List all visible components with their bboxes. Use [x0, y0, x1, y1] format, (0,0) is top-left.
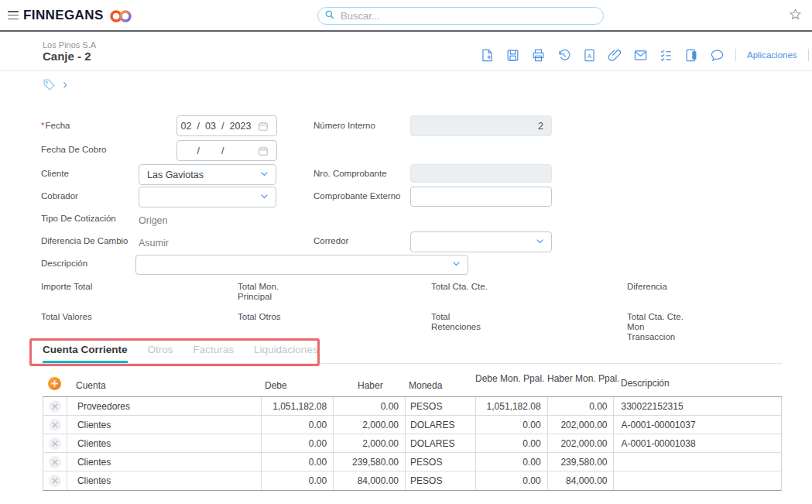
diferencia-de-cambio-value: Asumir: [139, 238, 169, 249]
add-row-button[interactable]: [48, 377, 61, 390]
delete-row-button[interactable]: [49, 456, 61, 468]
cell-haber[interactable]: 2,000.00: [333, 434, 405, 452]
numero-interno-field: 2: [410, 115, 552, 136]
cell-haber[interactable]: 0.00: [333, 397, 405, 415]
hamburger-menu-icon[interactable]: [8, 11, 19, 20]
cell-haber-mon-ppal[interactable]: 239,580.00: [547, 453, 614, 471]
tab-cuenta-corriente[interactable]: Cuenta Corriente: [43, 344, 128, 363]
delete-row-button[interactable]: [49, 475, 61, 487]
expand-tags-chevron-icon[interactable]: [60, 80, 70, 94]
descripcion-select[interactable]: [135, 255, 468, 275]
cell-descripcion[interactable]: A-0001-00001037: [613, 416, 781, 434]
cell-haber[interactable]: 239,580.00: [333, 453, 405, 471]
chevron-down-icon: [535, 236, 545, 249]
total-cta-cte-label: Total Cta. Cte.: [431, 282, 488, 292]
cell-debe[interactable]: 0.00: [261, 416, 333, 434]
cell-cuenta[interactable]: Clientes: [67, 416, 261, 434]
tag-icon[interactable]: [43, 78, 56, 94]
history-icon[interactable]: [557, 48, 571, 63]
document-a-icon[interactable]: A: [582, 48, 597, 63]
cell-moneda[interactable]: PESOS: [405, 453, 475, 471]
cell-debe-mon-ppal[interactable]: 0.00: [475, 471, 547, 490]
tab-facturas[interactable]: Facturas: [194, 344, 235, 363]
tipo-de-cotizacion-value: Origen: [139, 215, 168, 226]
cell-haber-mon-ppal[interactable]: 202,000.00: [547, 416, 614, 434]
toolbar-divider: [808, 49, 809, 61]
cell-debe-mon-ppal[interactable]: 0.00: [475, 416, 547, 434]
col-header-descripcion: Descripción: [614, 378, 782, 396]
cell-haber-mon-ppal[interactable]: 0.00: [547, 397, 614, 415]
nro-comprobante-label: Nro. Comprobante: [313, 169, 387, 178]
page-title: Canje - 2: [43, 50, 91, 63]
checklist-icon[interactable]: [659, 48, 673, 63]
cell-debe-mon-ppal[interactable]: 1,051,182.08: [475, 397, 547, 415]
fecha-de-cobro-label: Fecha De Cobro: [41, 145, 106, 154]
tipo-de-cotizacion-label: Tipo De Cotización: [41, 214, 116, 223]
total-cta-cte-mon-transaccion-label: Total Cta. Cte. Mon Transaccion: [627, 312, 684, 342]
cell-cuenta[interactable]: Clientes: [67, 453, 261, 471]
tabstrip-underline: [29, 363, 782, 364]
cell-debe[interactable]: 0.00: [261, 434, 333, 452]
report-document-icon[interactable]: [684, 48, 699, 63]
cell-debe[interactable]: 0.00: [261, 453, 333, 471]
cell-cuenta[interactable]: Clientes: [67, 434, 261, 452]
aplicaciones-link[interactable]: Aplicaciones: [747, 50, 797, 60]
col-header-haber: Haber: [333, 380, 405, 396]
cell-descripcion[interactable]: A-0001-00001038: [613, 434, 781, 452]
delete-row-button[interactable]: [49, 437, 61, 450]
document-toolbar: A Aplicaciones: [480, 46, 812, 64]
cell-haber-mon-ppal[interactable]: 84,000.00: [547, 471, 614, 490]
tab-liquidaciones[interactable]: Liquidaciones: [254, 344, 318, 363]
cell-moneda[interactable]: PESOS: [405, 471, 475, 490]
cell-debe[interactable]: 1,051,182.08: [261, 397, 333, 415]
cell-moneda[interactable]: PESOS: [405, 397, 475, 415]
cell-haber[interactable]: 2,000.00: [333, 416, 405, 434]
cell-descripcion[interactable]: 330022152315: [613, 397, 781, 415]
delete-row-button[interactable]: [49, 400, 61, 413]
total-mon-principal-label: Total Mon. Principal: [238, 282, 279, 302]
section-divider: [0, 70, 812, 71]
brand-logo-icon: [110, 9, 133, 26]
cell-haber-mon-ppal[interactable]: 202,000.00: [547, 434, 614, 452]
fecha-input[interactable]: 02/ 03/ 2023: [176, 115, 277, 136]
cell-moneda[interactable]: DOLARES: [405, 416, 475, 434]
comment-icon[interactable]: [710, 48, 725, 63]
cell-debe-mon-ppal[interactable]: 0.00: [475, 453, 547, 471]
chevron-down-icon: [259, 169, 269, 181]
cobrador-label: Cobrador: [41, 191, 78, 201]
search-input[interactable]: [339, 9, 597, 22]
col-header-haber-mon-ppal: Haber Mon. Ppal.: [547, 373, 614, 396]
new-document-icon[interactable]: [480, 48, 495, 63]
col-header-debe: Debe: [261, 380, 333, 396]
calendar-icon[interactable]: [258, 121, 269, 132]
table-row: Clientes 0.00 2,000.00 DOLARES 0.00 202,…: [43, 416, 781, 434]
numero-interno-label: Número Interno: [313, 121, 375, 130]
favorite-star-icon[interactable]: [788, 8, 803, 26]
cell-debe-mon-ppal[interactable]: 0.00: [475, 434, 547, 452]
attachment-icon[interactable]: [608, 48, 622, 63]
cell-haber[interactable]: 84,000.00: [333, 471, 405, 490]
save-icon[interactable]: [505, 48, 520, 63]
cell-cuenta[interactable]: Proveedores: [67, 397, 261, 415]
cobrador-select[interactable]: [139, 187, 276, 207]
delete-row-button[interactable]: [49, 419, 61, 431]
col-header-cuenta: Cuenta: [66, 380, 261, 396]
app-window: FINNEGANS Los Pinos S.A C: [0, 0, 812, 504]
corredor-select[interactable]: [410, 231, 552, 252]
comprobante-externo-input[interactable]: [410, 187, 552, 207]
email-icon[interactable]: [633, 48, 648, 63]
cell-descripcion[interactable]: [613, 453, 781, 471]
print-icon[interactable]: [531, 48, 546, 63]
cell-debe[interactable]: 0.00: [261, 471, 333, 490]
calendar-icon[interactable]: [258, 146, 269, 156]
cell-moneda[interactable]: DOLARES: [405, 434, 475, 452]
total-valores-label: Total Valores: [41, 312, 92, 322]
fecha-de-cobro-input[interactable]: / /: [176, 140, 277, 161]
cell-descripcion[interactable]: [613, 471, 781, 490]
cliente-select[interactable]: Las Gaviotas: [139, 164, 276, 185]
cell-cuenta[interactable]: Clientes: [67, 471, 261, 490]
cliente-label: Cliente: [41, 169, 69, 178]
table-row: Proveedores 1,051,182.08 0.00 PESOS 1,05…: [43, 397, 781, 416]
tab-otros[interactable]: Otros: [148, 344, 173, 363]
svg-text:A: A: [588, 52, 592, 59]
